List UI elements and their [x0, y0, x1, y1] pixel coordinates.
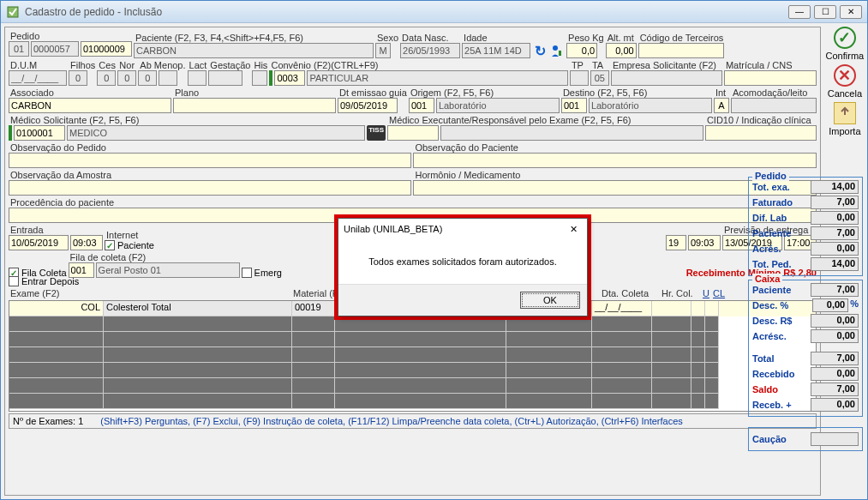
refresh-icon[interactable]: ↻ — [532, 43, 548, 58]
lact-input[interactable] — [188, 70, 207, 86]
caixa-panel: Caixa Paciente7,00 Desc. %0,00% Desc. R$… — [748, 280, 863, 417]
entrada-hora[interactable] — [70, 235, 103, 250]
caixa-panel-title: Caixa — [752, 274, 782, 284]
convenio-cod[interactable] — [274, 70, 305, 86]
modal-ok-button[interactable]: OK — [520, 292, 580, 309]
int-input[interactable] — [714, 98, 729, 113]
obs-paciente-label: Observação do Paciente — [413, 142, 816, 153]
ab-input[interactable] — [138, 70, 157, 86]
grid-mat-cod[interactable]: 00019 — [292, 301, 335, 316]
table-row — [9, 332, 816, 347]
ta-input[interactable] — [590, 70, 609, 86]
prev2-hora[interactable] — [688, 235, 721, 250]
importa-button[interactable]: Importa — [824, 102, 865, 136]
prev2-min[interactable] — [666, 235, 686, 250]
acomodacao-input[interactable] — [731, 98, 817, 113]
cod-terc-input[interactable] — [638, 43, 724, 58]
entrada-data[interactable] — [9, 235, 69, 250]
faturado-label: Faturado — [752, 197, 793, 208]
check-icon — [242, 268, 252, 278]
grid-cl[interactable] — [705, 301, 719, 316]
paciente-tot-val: 7,00 — [811, 226, 859, 240]
importa-label: Importa — [829, 126, 860, 136]
med-exec-nome — [440, 125, 703, 141]
his-label: His — [252, 60, 267, 70]
tiss-button[interactable]: TISS — [367, 125, 386, 141]
nor-input[interactable] — [117, 70, 136, 86]
gestacao-input[interactable] — [208, 70, 242, 86]
grid-hr-col[interactable] — [652, 301, 691, 316]
med-exec-cod[interactable] — [387, 125, 439, 141]
receb-plus-val: 0,00 — [811, 398, 859, 412]
caixa-paciente-val: 7,00 — [811, 283, 859, 297]
confirma-button[interactable]: ✓ Confirma — [824, 27, 865, 61]
modal-close-button[interactable]: ✕ — [565, 221, 582, 237]
check-icon — [9, 276, 19, 286]
paciente-tot-label: Paciente — [752, 228, 791, 238]
obs-paciente-input[interactable] — [413, 153, 816, 168]
obs-amostra-input[interactable] — [9, 180, 411, 196]
entrada-label: Entrada — [9, 225, 103, 235]
app-icon — [6, 5, 20, 19]
obs-pedido-label: Observação do Pedido — [9, 142, 411, 153]
ces-input[interactable] — [97, 70, 116, 86]
tp-input[interactable] — [570, 70, 589, 86]
cid10-input[interactable] — [705, 125, 817, 141]
person-icon[interactable] — [549, 43, 565, 58]
emerg-check[interactable]: Emerg — [242, 268, 282, 278]
origem-cod[interactable] — [409, 98, 434, 113]
paciente-checkbox[interactable]: Paciente — [105, 240, 154, 250]
peso-input[interactable] — [566, 43, 597, 58]
dif-lab-val: 0,00 — [811, 211, 859, 225]
his-input[interactable] — [252, 70, 267, 86]
med-sol-nome — [67, 125, 365, 141]
med-sol-label: Médico Solicitante (F2, F5, F6) — [9, 115, 386, 125]
associado-input[interactable] — [9, 98, 171, 113]
modal-highlight: Unilab (UNILAB_BETA) ✕ Todos exames soli… — [334, 214, 591, 320]
obs-pedido-input[interactable] — [9, 153, 411, 168]
pedido-seq2 — [31, 41, 79, 57]
acres-val: 0,00 — [811, 242, 859, 256]
table-row — [9, 363, 816, 378]
faturado-val: 7,00 — [811, 196, 859, 209]
cancela-button[interactable]: ✕ Cancela — [824, 64, 865, 99]
peso-label: Peso Kg — [566, 33, 604, 43]
menop-input[interactable] — [159, 70, 177, 86]
dta-coleta-col-label: Dta. Coleta — [600, 288, 649, 298]
status-bar: Nº de Exames: 1 (Shift+F3) Perguntas, (F… — [9, 413, 817, 429]
close-button[interactable]: ✕ — [840, 5, 862, 19]
emp-sol-label: Empresa Solicitante (F2) — [611, 60, 722, 70]
grid-exame-cod[interactable]: COL — [9, 301, 104, 316]
mat-cns-input[interactable] — [724, 70, 817, 86]
table-row — [9, 394, 816, 409]
n-exames: Nº de Exames: 1 — [13, 416, 83, 426]
u-col-label[interactable]: U — [701, 288, 709, 298]
data-nasc-label: Data Nasc. — [400, 33, 460, 43]
tp-label: TP — [570, 60, 589, 70]
alt-input[interactable] — [606, 43, 637, 58]
grid-dta-coleta[interactable]: __/__/____ — [592, 301, 652, 316]
entrar-depois-check[interactable]: Entrar Depois — [9, 276, 79, 286]
minimize-button[interactable]: — — [788, 5, 811, 19]
ta-label: TA — [590, 60, 609, 70]
plano-input[interactable] — [173, 98, 336, 113]
grid-u[interactable] — [691, 301, 705, 316]
maximize-button[interactable]: ☐ — [814, 5, 836, 19]
conv-marker — [269, 70, 272, 86]
idade-label: Idade — [462, 33, 530, 43]
med-marker — [9, 125, 12, 141]
filhos-input[interactable] — [69, 70, 87, 86]
dt-emissao-input[interactable] — [338, 98, 398, 113]
modal-message: Todos exames solicitados foram autorizad… — [338, 239, 587, 284]
destino-cod[interactable] — [561, 98, 587, 113]
emp-sol-input[interactable] — [611, 70, 722, 86]
paciente-nome[interactable] — [134, 43, 374, 58]
recebido-val: 0,00 — [811, 367, 859, 381]
dum-input[interactable] — [9, 70, 67, 86]
title-bar: Cadastro de pedido - Inclusão — ☐ ✕ — [1, 1, 867, 23]
med-sol-cod[interactable] — [14, 125, 65, 141]
desc-rs-val: 0,00 — [811, 314, 859, 328]
cl-col-label[interactable]: CL — [711, 288, 725, 298]
pedido-num[interactable] — [81, 41, 132, 57]
paciente-label: Paciente (F2, F3, F4,<Shift>+F4,F5, F6) — [134, 33, 374, 43]
